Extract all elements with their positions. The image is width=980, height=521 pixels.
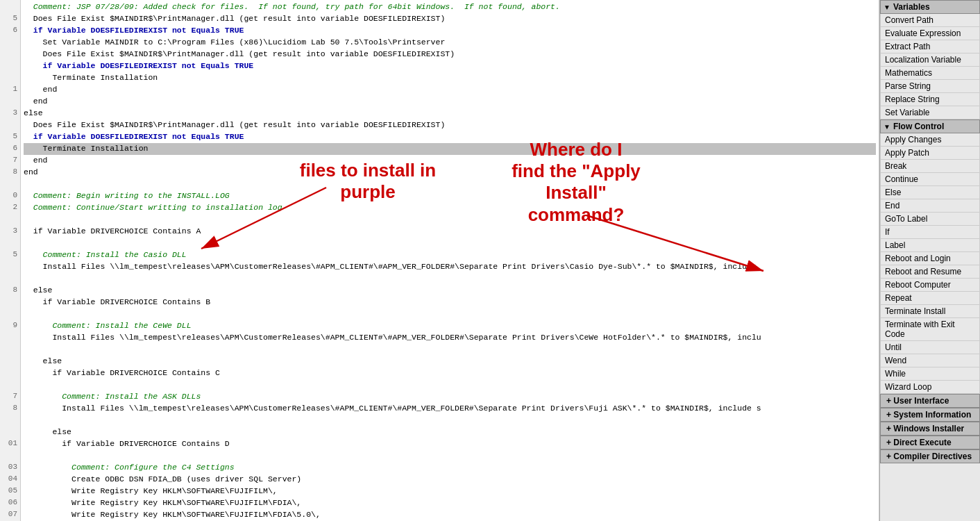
code-line-34[interactable]: Install Files \\lm_tempest\releases\APM\…	[24, 403, 876, 415]
line-number-7: 1	[3, 84, 17, 96]
section-header-windows-installer[interactable]: + Windows Installer	[880, 422, 980, 436]
code-line-9[interactable]: else	[24, 108, 876, 119]
panel-item-reboot-and-resume[interactable]: Reboot and Resume	[880, 265, 980, 279]
line-number-11: 5	[3, 131, 17, 143]
code-line-27[interactable]: Comment: Install the CeWe DLL	[24, 320, 876, 332]
panel-item-label[interactable]: Label	[880, 239, 980, 252]
panel-item-if[interactable]: If	[880, 226, 980, 239]
code-line-18[interactable]	[24, 214, 876, 226]
panel-item-parse-string[interactable]: Parse String	[880, 80, 980, 93]
panel-item-replace-string[interactable]: Replace String	[880, 93, 980, 106]
panel-item-wend[interactable]: Wend	[880, 354, 980, 367]
line-number-37: 01	[3, 438, 17, 450]
expander-icon-variables: ▼	[884, 3, 890, 11]
code-line-2[interactable]: if Variable DOESFILEDIREXIST not Equals …	[24, 25, 876, 37]
line-number-25	[3, 297, 17, 308]
code-line-13[interactable]: end	[24, 155, 876, 167]
panel-item-extract-path[interactable]: Extract Path	[880, 40, 980, 53]
line-number-31	[3, 367, 17, 379]
code-line-4[interactable]: Does File Exist $MAINDIR$\PrintManager.d…	[24, 49, 876, 60]
code-line-5[interactable]: if Variable DOESFILEDIREXIST not Equals …	[24, 60, 876, 72]
line-number-28	[3, 332, 17, 344]
code-line-23[interactable]	[24, 273, 876, 285]
line-number-35	[3, 415, 17, 427]
code-line-1[interactable]: Does File Exist $MAINDIR$\PrintManager.d…	[24, 13, 876, 25]
line-number-19: 3	[3, 226, 17, 238]
panel-item-continue[interactable]: Continue	[880, 173, 980, 186]
code-line-39[interactable]: Comment: Configure the C4 Settigns	[24, 462, 876, 474]
panel-item-mathematics[interactable]: Mathematics	[880, 67, 980, 80]
code-line-7[interactable]: end	[24, 84, 876, 96]
section-label-compiler-directives: + Compiler Directives	[886, 452, 972, 461]
code-editor: 5613567802358978010304050607080910 Comme…	[0, 0, 879, 521]
code-line-6[interactable]: Terminate Installation	[24, 72, 876, 84]
code-line-11[interactable]: if Variable DOESFILEDIREXIST not Equals …	[24, 131, 876, 143]
panel-item-set-variable[interactable]: Set Variable	[880, 106, 980, 119]
line-number-38	[3, 450, 17, 462]
panel-item-reboot-computer[interactable]: Reboot Computer	[880, 279, 980, 292]
panel-item-convert-path[interactable]: Convert Path	[880, 14, 980, 27]
code-line-14[interactable]: end	[24, 167, 876, 179]
code-line-32[interactable]	[24, 379, 876, 391]
code-line-33[interactable]: Comment: Install the ASK DLLs	[24, 391, 876, 403]
code-line-35[interactable]	[24, 415, 876, 427]
code-line-42[interactable]: Write Registry Key HKLM\SOFTWARE\FUJIFIL…	[24, 497, 876, 509]
panel-item-terminate-with-exit-code[interactable]: Terminate with Exit Code	[880, 318, 980, 341]
code-line-22[interactable]: Install Files \\lm_tempest\releases\APM\…	[24, 261, 876, 273]
code-line-19[interactable]: if Variable DRIVERCHOICE Contains A	[24, 226, 876, 238]
code-line-40[interactable]: Create ODBC DSN FDIA_DB (uses driver SQL…	[24, 474, 876, 486]
code-line-26[interactable]	[24, 308, 876, 320]
code-line-10[interactable]: Does File Exist $MAINDIR$\PrintManager.d…	[24, 119, 876, 131]
code-line-8[interactable]: end	[24, 96, 876, 108]
line-number-12: 6	[3, 143, 17, 155]
section-header-compiler-directives[interactable]: + Compiler Directives	[880, 449, 980, 463]
section-header-variables[interactable]: ▼Variables	[880, 0, 980, 14]
code-line-16[interactable]: Comment: Begin writing to the INSTALL.LO…	[24, 190, 876, 202]
panel-item-apply-patch[interactable]: Apply Patch	[880, 147, 980, 160]
code-line-41[interactable]: Write Registry Key HKLM\SOFTWARE\FUJIFIL…	[24, 486, 876, 497]
panel-item-end[interactable]: End	[880, 199, 980, 213]
code-line-30[interactable]: else	[24, 356, 876, 367]
line-number-15	[3, 179, 17, 190]
code-line-12[interactable]: Terminate Installation	[24, 143, 876, 155]
code-line-29[interactable]	[24, 344, 876, 356]
code-line-0[interactable]: Comment: JSP 07/28/09: Added check for f…	[24, 1, 876, 13]
panel-item-goto-label[interactable]: GoTo Label	[880, 213, 980, 226]
line-number-43: 07	[3, 509, 17, 521]
code-line-36[interactable]: else	[24, 427, 876, 438]
expander-icon-flow-control: ▼	[884, 123, 890, 131]
line-number-24: 8	[3, 285, 17, 297]
code-line-38[interactable]	[24, 450, 876, 462]
panel-item-terminate-install[interactable]: Terminate Install	[880, 305, 980, 318]
line-number-30	[3, 356, 17, 367]
line-number-0	[3, 1, 17, 13]
section-header-flow-control[interactable]: ▼Flow Control	[880, 119, 980, 133]
panel-item-apply-changes[interactable]: Apply Changes	[880, 133, 980, 147]
panel-item-break[interactable]: Break	[880, 160, 980, 173]
panel-item-reboot-and-login[interactable]: Reboot and Login	[880, 252, 980, 265]
code-line-15[interactable]	[24, 179, 876, 190]
line-number-32	[3, 379, 17, 391]
panel-item-localization-variable[interactable]: Localization Variable	[880, 53, 980, 67]
code-line-21[interactable]: Comment: Install the Casio DLL	[24, 249, 876, 261]
section-header-system-information[interactable]: + System Information	[880, 408, 980, 422]
code-line-3[interactable]: Set Variable MAINDIR to C:\Program Files…	[24, 37, 876, 49]
panel-item-repeat[interactable]: Repeat	[880, 292, 980, 305]
code-line-25[interactable]: if Variable DRIVERCHOICE Contains B	[24, 297, 876, 308]
code-line-24[interactable]: else	[24, 285, 876, 297]
code-line-43[interactable]: Write Registry Key HKLM\SOFTWARE\FUJIFIL…	[24, 509, 876, 521]
code-content[interactable]: Comment: JSP 07/28/09: Added check for f…	[21, 0, 879, 521]
code-line-37[interactable]: if Variable DRIVERCHOICE Contains D	[24, 438, 876, 450]
code-line-31[interactable]: if Variable DRIVERCHOICE Contains C	[24, 367, 876, 379]
section-header-user-interface[interactable]: + User Interface	[880, 394, 980, 408]
panel-item-evaluate-expression[interactable]: Evaluate Expression	[880, 27, 980, 40]
panel-item-wizard-loop[interactable]: Wizard Loop	[880, 381, 980, 394]
section-label-windows-installer: + Windows Installer	[886, 424, 964, 433]
panel-item-until[interactable]: Until	[880, 341, 980, 354]
section-header-direct-execute[interactable]: + Direct Execute	[880, 436, 980, 449]
code-line-17[interactable]: Comment: Continue/Start writting to inst…	[24, 202, 876, 214]
panel-item-while[interactable]: While	[880, 367, 980, 381]
code-line-20[interactable]	[24, 238, 876, 249]
code-line-28[interactable]: Install Files \\lm_tempest\releases\APM\…	[24, 332, 876, 344]
panel-item-else[interactable]: Else	[880, 186, 980, 199]
